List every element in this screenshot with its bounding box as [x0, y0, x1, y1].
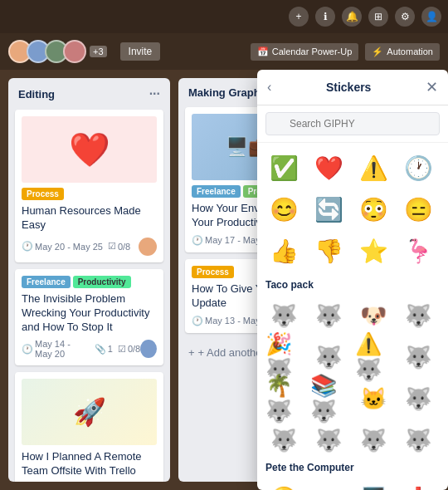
label-productivity: Productivity — [73, 276, 131, 288]
pete-sticker-grid: 🟡 ⌨️ 🖥️ ❗ — [265, 480, 440, 490]
card-hr[interactable]: ❤️ Process Human Resources Made Easy 🕐 M… — [15, 110, 163, 262]
pete-3[interactable]: 🖥️ — [355, 480, 392, 490]
panel-body: ✅ ❤️ ⚠️ 🕐 😊 🔄 😳 😑 👍 👎 ⭐ 🦩 Taco pack 🐺 🐺 … — [257, 143, 448, 490]
member-count-badge: +3 — [90, 46, 107, 57]
pete-4[interactable]: ❗ — [400, 480, 436, 490]
sticker-warning[interactable]: ⚠️ — [355, 149, 392, 186]
sticker-shuffle[interactable]: 🔄 — [310, 191, 347, 228]
automation-label: Automation — [387, 47, 433, 56]
card-hr-avatar — [139, 238, 157, 256]
taco-15[interactable]: 🐺 — [355, 422, 392, 458]
panel-title: Stickers — [271, 81, 426, 94]
card-invisible-meta-left: 🕐 May 14 - May 20 📎 1 ☑ 0/8 — [22, 339, 140, 359]
sticker-clock[interactable]: 🕐 — [400, 149, 436, 186]
sticker-check[interactable]: ✅ — [265, 149, 302, 186]
card-invisible-avatar — [140, 340, 157, 358]
automation-icon: ⚡ — [372, 47, 383, 57]
sticker-thumbs-up[interactable]: 👍 — [265, 233, 302, 269]
column-editing: Editing ··· ❤️ Process Human Resources M… — [8, 78, 170, 482]
pete-section-title: Pete the Computer — [265, 462, 440, 473]
attachment-icon: 📎 — [95, 344, 106, 355]
sticker-flushed[interactable]: 😳 — [355, 191, 392, 228]
taco-5[interactable]: 🎉🐺 — [265, 339, 302, 375]
card-hr-checklist: ☑ 0/8 — [108, 241, 130, 252]
clock-icon: 🕐 — [22, 241, 33, 252]
clock-icon-4: 🕐 — [192, 235, 203, 246]
card-hr-meta: 🕐 May 20 - May 25 ☑ 0/8 — [22, 238, 157, 256]
label-process: Process — [22, 188, 64, 200]
sticker-star[interactable]: ⭐ — [355, 233, 392, 269]
columns-area: Editing ··· ❤️ Process Human Resources M… — [0, 70, 448, 490]
search-input[interactable] — [265, 112, 440, 135]
stickers-panel: ‹ Stickers ✕ 🔍 ✅ ❤️ ⚠️ 🕐 😊 🔄 😳 😑 👍 � — [257, 70, 448, 490]
card-hr-meta-left: 🕐 May 20 - May 25 ☑ 0/8 — [22, 241, 130, 252]
panel-close-button[interactable]: ✕ — [426, 78, 438, 96]
label-freelance: Freelance — [22, 276, 71, 288]
taco-4[interactable]: 🐺 — [400, 297, 436, 334]
avatar-4[interactable] — [63, 40, 86, 63]
checklist-icon: ☑ — [108, 241, 116, 252]
taco-12[interactable]: 🐺 — [400, 380, 436, 417]
card-invisible-labels: Freelance Productivity — [22, 276, 157, 288]
taco-11[interactable]: 🐱 — [355, 380, 392, 417]
search-wrapper: 🔍 — [265, 112, 440, 135]
calendar-label: Calendar Power-Up — [272, 47, 353, 56]
card-invisible-title: The Invisible Problem Wrecking Your Prod… — [22, 292, 157, 335]
sticker-smile[interactable]: 😊 — [265, 191, 302, 228]
taco-2[interactable]: 🐺 — [310, 297, 347, 334]
card-invisible-date: 🕐 May 14 - May 20 — [22, 339, 90, 359]
card-invisible-attachment: 📎 1 — [95, 344, 113, 355]
top-bar-icons: + ℹ 🔔 ⊞ ⚙ 👤 — [289, 7, 441, 27]
board-header: +3 Invite 📅 Calendar Power-Up ⚡ Automati… — [0, 33, 448, 70]
sticker-thumbs-down[interactable]: 👎 — [310, 233, 347, 269]
pete-2[interactable]: ⌨️ — [310, 480, 347, 490]
sticker-flamingo[interactable]: 🦩 — [400, 233, 436, 269]
invite-button[interactable]: Invite — [120, 42, 161, 61]
taco-13[interactable]: 🐺 — [265, 422, 302, 458]
add-icon[interactable]: + — [289, 7, 309, 27]
label-process-2: Process — [192, 266, 234, 278]
card-hr-image: ❤️ — [22, 116, 157, 183]
pete-1[interactable]: 🟡 — [265, 480, 302, 490]
column-menu-icon[interactable]: ··· — [149, 86, 160, 101]
taco-section-title: Taco pack — [265, 279, 440, 291]
sticker-expressionless[interactable]: 😑 — [400, 191, 436, 228]
card-hr-labels: Process — [22, 188, 157, 200]
plus-icon-2: + — [188, 346, 195, 359]
card-hr-checklist-text: 0/8 — [118, 242, 130, 252]
grid-icon[interactable]: ⊞ — [368, 7, 388, 27]
taco-6[interactable]: 🐺 — [310, 339, 347, 375]
card-hr-date-text: May 20 - May 25 — [35, 242, 103, 252]
taco-9[interactable]: 🌴🐺 — [265, 380, 302, 417]
card-remote[interactable]: 🚀 How I Planned A Remote Team Offsite Wi… — [15, 372, 163, 482]
settings-icon[interactable]: ⚙ — [395, 7, 415, 27]
taco-7[interactable]: ⚠️🐺 — [355, 339, 392, 375]
taco-8[interactable]: 🐺 — [400, 339, 436, 375]
user-icon[interactable]: 👤 — [421, 7, 441, 27]
taco-1[interactable]: 🐺 — [265, 297, 302, 334]
sticker-heart[interactable]: ❤️ — [310, 149, 347, 186]
clock-icon-5: 🕐 — [192, 316, 203, 326]
taco-3[interactable]: 🐶 — [355, 297, 392, 334]
notification-icon[interactable]: 🔔 — [342, 7, 362, 27]
standard-sticker-grid: ✅ ❤️ ⚠️ 🕐 😊 🔄 😳 😑 👍 👎 ⭐ 🦩 — [265, 149, 440, 269]
top-bar: + ℹ 🔔 ⊞ ⚙ 👤 — [0, 0, 448, 33]
panel-search-area: 🔍 — [257, 105, 448, 143]
checklist-icon-2: ☑ — [118, 344, 126, 355]
panel-header: ‹ Stickers ✕ — [257, 70, 448, 105]
calendar-power-up-button[interactable]: 📅 Calendar Power-Up — [251, 43, 359, 61]
taco-10[interactable]: 📚🐺 — [310, 380, 347, 417]
info-icon[interactable]: ℹ — [315, 7, 335, 27]
card-invisible[interactable]: Freelance Productivity The Invisible Pro… — [15, 269, 163, 366]
card-hr-title: Human Resources Made Easy — [22, 204, 157, 233]
automation-button[interactable]: ⚡ Automation — [365, 43, 440, 61]
member-avatars: +3 — [8, 40, 107, 63]
card-invisible-checklist-text: 0/8 — [128, 344, 140, 354]
calendar-icon: 📅 — [257, 47, 269, 57]
clock-icon-2: 🕐 — [22, 344, 33, 355]
taco-14[interactable]: 🐺 — [310, 422, 347, 458]
card-remote-title: How I Planned A Remote Team Offsite With… — [22, 450, 157, 478]
column-editing-title: Editing — [18, 88, 55, 100]
label-freelance-2: Freelance — [192, 185, 241, 198]
taco-16[interactable]: 🐺 — [400, 422, 436, 458]
